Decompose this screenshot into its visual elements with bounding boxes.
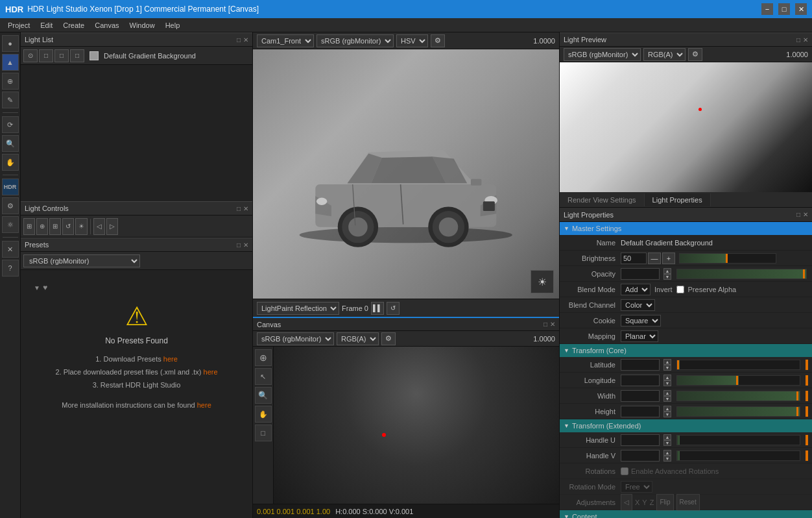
- adj-flip[interactable]: Flip: [656, 494, 673, 511]
- handle-u-down[interactable]: ▼: [663, 440, 671, 446]
- menu-canvas[interactable]: Canvas: [90, 20, 124, 31]
- latitude-down[interactable]: ▼: [663, 365, 671, 371]
- refresh-btn[interactable]: ↺: [387, 302, 400, 315]
- tool-close[interactable]: ✕: [2, 241, 19, 258]
- tool-select[interactable]: ●: [2, 35, 19, 52]
- light-list-close[interactable]: ✕: [243, 36, 248, 43]
- opacity-input[interactable]: 1.000: [621, 268, 660, 280]
- width-slider[interactable]: [676, 391, 800, 401]
- menu-window[interactable]: Window: [125, 20, 160, 31]
- render-color-profile-select[interactable]: sRGB (rgbMonitor): [316, 34, 394, 47]
- height-input[interactable]: 100.00: [621, 406, 660, 417]
- invert-checkbox[interactable]: [676, 286, 684, 293]
- latitude-up[interactable]: ▲: [663, 359, 671, 365]
- canvas-mode[interactable]: RGB(A): [337, 332, 379, 345]
- latitude-input[interactable]: 0.00: [621, 359, 660, 371]
- menu-create[interactable]: Create: [58, 20, 90, 31]
- blend-channel-select[interactable]: Color: [621, 299, 655, 311]
- preview-settings-btn[interactable]: ⚙: [688, 48, 702, 61]
- blend-mode-select[interactable]: Add: [621, 284, 651, 295]
- opacity-slider[interactable]: [676, 269, 807, 279]
- ctrl-rotate[interactable]: ↺: [62, 218, 74, 235]
- canvas-close[interactable]: ✕: [550, 321, 555, 328]
- height-up[interactable]: ▲: [663, 406, 671, 412]
- list-tool-box2[interactable]: □: [54, 49, 69, 62]
- handle-u-slider[interactable]: [676, 435, 800, 445]
- light-controls-minimize[interactable]: □: [237, 205, 241, 212]
- ctrl-sun[interactable]: ☀: [75, 218, 88, 235]
- preview-minimize[interactable]: □: [796, 36, 800, 43]
- canvas-minimize[interactable]: □: [543, 321, 547, 328]
- longitude-input[interactable]: 180.00: [621, 375, 660, 386]
- list-tool-box1[interactable]: □: [39, 49, 53, 62]
- presets-color-profile[interactable]: sRGB (rgbMonitor): [23, 254, 140, 267]
- preview-mode[interactable]: RGB(A): [643, 48, 686, 61]
- lightpaint-select[interactable]: LightPaint Reflection: [257, 302, 339, 315]
- brightness-slider[interactable]: [679, 253, 776, 264]
- handle-v-input[interactable]: 0.000: [621, 450, 660, 462]
- menu-edit[interactable]: Edit: [35, 20, 58, 31]
- latitude-slider[interactable]: [676, 360, 800, 370]
- list-tool-box3[interactable]: □: [70, 49, 84, 62]
- ctrl-add[interactable]: ⊕: [36, 218, 48, 235]
- canvas-tool-crosshair[interactable]: ⊕: [255, 349, 272, 366]
- render-canvas[interactable]: ☀: [253, 49, 559, 299]
- render-camera-select[interactable]: Cam1_Front: [257, 34, 314, 47]
- menu-project[interactable]: Project: [3, 20, 35, 31]
- height-slider[interactable]: [676, 406, 800, 417]
- ctrl-next[interactable]: ▷: [106, 218, 118, 235]
- adj-prev[interactable]: ◁: [621, 494, 632, 511]
- play-pause-btn[interactable]: ▌▌: [371, 302, 384, 315]
- list-tool-eye[interactable]: ⊙: [23, 49, 38, 62]
- brightness-plus-btn[interactable]: +: [662, 253, 675, 264]
- handle-u-input[interactable]: 0.000: [621, 434, 660, 446]
- tool-zoom[interactable]: 🔍: [2, 135, 19, 152]
- enable-advanced-rotations-checkbox[interactable]: [621, 467, 628, 475]
- canvas-tool-box[interactable]: □: [255, 425, 272, 441]
- brightness-toggle-btn[interactable]: ☀: [531, 270, 554, 293]
- presets-minimize[interactable]: □: [237, 241, 241, 249]
- presets-close[interactable]: ✕: [243, 241, 248, 249]
- width-down[interactable]: ▼: [663, 396, 671, 402]
- presets-link-3[interactable]: here: [197, 401, 211, 409]
- tool-move[interactable]: ⊕: [2, 73, 19, 90]
- light-props-close[interactable]: ✕: [803, 211, 808, 218]
- render-mode-select[interactable]: HSV: [396, 34, 428, 47]
- close-button[interactable]: ✕: [795, 3, 807, 15]
- adj-reset[interactable]: Reset: [676, 494, 700, 511]
- brightness-input[interactable]: [621, 253, 647, 264]
- light-list-minimize[interactable]: □: [237, 36, 241, 43]
- light-props-minimize[interactable]: □: [796, 211, 800, 218]
- handle-v-up[interactable]: ▲: [663, 450, 671, 456]
- preview-close[interactable]: ✕: [803, 36, 808, 43]
- opacity-up[interactable]: ▲: [663, 268, 671, 274]
- presets-link-2[interactable]: here: [204, 368, 218, 376]
- maximize-button[interactable]: □: [778, 3, 790, 15]
- handle-v-slider[interactable]: [676, 450, 800, 461]
- tool-atom[interactable]: ⚛: [2, 216, 19, 233]
- tool-preset[interactable]: ⚙: [2, 197, 19, 214]
- height-down[interactable]: ▼: [663, 412, 671, 417]
- ctrl-grid[interactable]: ⊞: [49, 218, 61, 235]
- tool-pan[interactable]: ✋: [2, 154, 19, 171]
- longitude-slider[interactable]: [676, 375, 800, 386]
- canvas-tool-zoom[interactable]: 🔍: [255, 387, 272, 404]
- canvas-tool-arrow[interactable]: ↖: [255, 368, 272, 385]
- tool-hdr[interactable]: HDR: [2, 179, 19, 195]
- ctrl-transform[interactable]: ⊞: [23, 218, 35, 235]
- width-input[interactable]: 100.00: [621, 390, 660, 402]
- handle-v-down[interactable]: ▼: [663, 456, 671, 462]
- preview-color-profile[interactable]: sRGB (rgbMonitor): [564, 48, 641, 61]
- longitude-down[interactable]: ▼: [663, 380, 671, 386]
- canvas-settings-btn[interactable]: ⚙: [381, 332, 396, 345]
- ctrl-prev[interactable]: ◁: [93, 218, 105, 235]
- tool-rotate[interactable]: ⟳: [2, 116, 19, 133]
- handle-u-up[interactable]: ▲: [663, 434, 671, 440]
- tab-render-view-settings[interactable]: Render View Settings: [560, 193, 645, 206]
- render-settings-btn[interactable]: ⚙: [431, 34, 445, 47]
- tab-light-properties[interactable]: Light Properties: [645, 193, 711, 206]
- width-up[interactable]: ▲: [663, 390, 671, 396]
- tool-light-add[interactable]: ▲: [2, 54, 19, 71]
- canvas-tool-pan[interactable]: ✋: [255, 406, 272, 423]
- menu-help[interactable]: Help: [160, 20, 185, 31]
